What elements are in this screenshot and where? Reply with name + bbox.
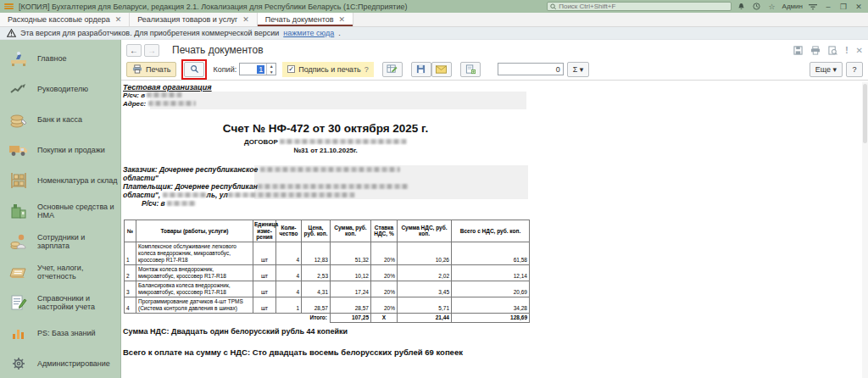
app-title: [КОПИЯ] Бухгалтерия для Беларуси, редакц… [19, 3, 408, 11]
global-search[interactable] [547, 2, 732, 11]
invoice-document: Тестовая организация Р/сч: в Адрес: Счет… [123, 83, 528, 357]
redacted-text [258, 184, 409, 189]
orange-chart-icon [8, 324, 30, 342]
panel-close-icon[interactable]: ✕ [856, 46, 863, 55]
sidebar-item-inventory[interactable]: Номенклатура и склад [0, 165, 120, 196]
total-in-words: Всего к оплате на сумму с НДС: Сто двадц… [123, 347, 528, 357]
redacted-text [147, 92, 182, 97]
warning-text: Эта версия для разработчиков. Для приобр… [20, 29, 279, 37]
sigma-button[interactable]: Σ ▾ [567, 62, 590, 77]
copies-value: 1 [257, 65, 264, 74]
page-title: Печать документов [172, 44, 264, 56]
document-plus-icon [465, 64, 476, 75]
attach-document-button[interactable] [460, 62, 481, 77]
tab-close-icon[interactable]: ✕ [339, 15, 346, 24]
open-windows-tabbar: Расходные кассовые ордера ✕ Реализация т… [0, 13, 868, 27]
warning-icon [7, 29, 16, 37]
sidebar-item-directories-settings[interactable]: Справочники и настройки учета [0, 287, 120, 318]
org-account-line: Р/сч: в [123, 92, 528, 100]
favorites-star-icon[interactable]: ☆ [767, 2, 777, 12]
save-button[interactable] [411, 62, 431, 77]
contract-number: №31 от 21.10.2025г. [123, 147, 528, 154]
annotation-highlight-box [181, 59, 207, 80]
sign-and-stamp-checkbox[interactable]: ✓ Подпись и печать ? [282, 62, 374, 77]
totals-x: X [371, 313, 398, 322]
copies-label: Копий: [213, 65, 236, 74]
totals-vat: 21,44 [398, 313, 452, 322]
sidebar-item-administration[interactable]: Администрирование [0, 348, 120, 378]
sum-field[interactable] [498, 63, 564, 75]
save-settings-icon[interactable] [793, 46, 803, 55]
edit-table-button[interactable] [382, 62, 403, 77]
window-close-button[interactable]: ✕ [854, 2, 864, 12]
payer-line2: области", ль, ул [123, 191, 528, 199]
notifications-bell-icon[interactable] [737, 2, 747, 12]
send-email-button[interactable] [431, 62, 452, 77]
window-minimize-button[interactable]: – [823, 2, 833, 12]
organization-name: Тестовая организация [123, 83, 528, 92]
sidebar-item-bank-cash[interactable]: Банк и касса [0, 104, 120, 135]
gear-icon [8, 354, 30, 373]
sidebar-item-accounting-reports[interactable]: Учет, налоги, отчетность [0, 257, 120, 287]
table-row: 4 Программирование датчиков 4-шт TPMS (С… [125, 297, 530, 313]
sign-checkbox-label: Подпись и печать [298, 65, 361, 74]
main-menu-icon[interactable] [4, 3, 14, 9]
developer-version-warning: Эта версия для разработчиков. Для приобр… [0, 27, 868, 40]
attention-icon[interactable]: ! [845, 46, 848, 55]
sidebar-item-purchases-sales[interactable]: Покупки и продажи [0, 135, 120, 165]
back-button[interactable]: ← [126, 44, 142, 57]
sidebar-item-main[interactable]: Главное [0, 43, 120, 74]
table-header-row: № Товары (работы, услуги) Единица изме-р… [125, 220, 530, 242]
parties-block: Заказчик: Дочернее республиканское облас… [123, 165, 528, 208]
tab-sales[interactable]: Реализация товаров и услуг ✕ [130, 13, 258, 26]
history-icon[interactable] [752, 2, 762, 12]
sidebar-item-manager[interactable]: Руководителю [0, 74, 120, 104]
sidebar-item-employees-payroll[interactable]: Сотрудники и зарплата [0, 226, 120, 257]
invoice-title: Счет № НФ-472 от 30 октября 2025 г. [123, 122, 528, 135]
folder-documents-icon [8, 263, 30, 281]
print-button-label: Печать [146, 65, 170, 74]
print-preview-printer-icon[interactable] [810, 46, 821, 55]
print-button[interactable]: Печать [126, 62, 176, 77]
warehouse-shelf-icon [8, 171, 30, 190]
sidebar-item-fixed-assets[interactable]: Основные средства и НМА [0, 196, 120, 226]
scrollbar-thumb[interactable] [863, 84, 867, 143]
help-button[interactable]: ? [846, 62, 863, 77]
forward-button[interactable]: → [144, 44, 159, 57]
envelope-icon [436, 65, 447, 74]
window-maximize-button[interactable]: ❐ [838, 2, 849, 12]
tab-close-icon[interactable]: ✕ [115, 15, 122, 24]
totals-total: 128,69 [452, 313, 530, 322]
search-input[interactable] [559, 3, 727, 10]
table-totals-row: Итого: 107,25 X 21,44 128,69 [125, 313, 530, 322]
tab-cash-orders[interactable]: Расходные кассовые ордера ✕ [0, 13, 130, 26]
totals-label: Итого: [125, 313, 331, 322]
payer-account-line: Р/сч: в [123, 199, 528, 208]
print-documents-panel: ← → Печать документов ! ✕ Печать Копий: [120, 40, 868, 378]
trend-chart-icon [8, 80, 30, 98]
coins-icon [8, 110, 30, 129]
sidebar-item-knowledge-base[interactable]: PS: База знаний [0, 318, 120, 348]
purchase-link[interactable]: нажмите сюда [283, 29, 334, 37]
copies-stepper[interactable]: 1 ▲ ▼ [239, 63, 276, 75]
more-button[interactable]: Еще ▾ [810, 62, 843, 77]
checkbox-checked-icon[interactable]: ✓ [287, 65, 295, 73]
sign-help-icon[interactable]: ? [364, 65, 369, 74]
spin-down-icon[interactable]: ▼ [267, 69, 275, 75]
table-row: 3 Балансировка колеса внедорожник, микро… [125, 281, 530, 297]
printer-icon [132, 64, 142, 74]
page-preview-icon[interactable] [828, 46, 837, 55]
panel-toolbar: Печать Копий: 1 ▲ ▼ ✓ Подпись и печать ? [121, 58, 868, 81]
customer-line2: области" [123, 174, 528, 182]
tab-print-documents[interactable]: Печать документов ✕ [258, 13, 353, 26]
vertical-scrollbar[interactable] [862, 82, 868, 378]
tab-label: Реализация товаров и услуг [137, 15, 237, 24]
redacted-text [260, 167, 400, 172]
preview-button[interactable] [184, 62, 204, 77]
user-menu[interactable]: Админ [782, 3, 803, 10]
warning-period: . [338, 29, 341, 37]
truck-icon [8, 141, 30, 159]
redacted-text [280, 139, 407, 144]
service-menu-icon[interactable] [808, 2, 818, 12]
tab-close-icon[interactable]: ✕ [242, 15, 249, 24]
